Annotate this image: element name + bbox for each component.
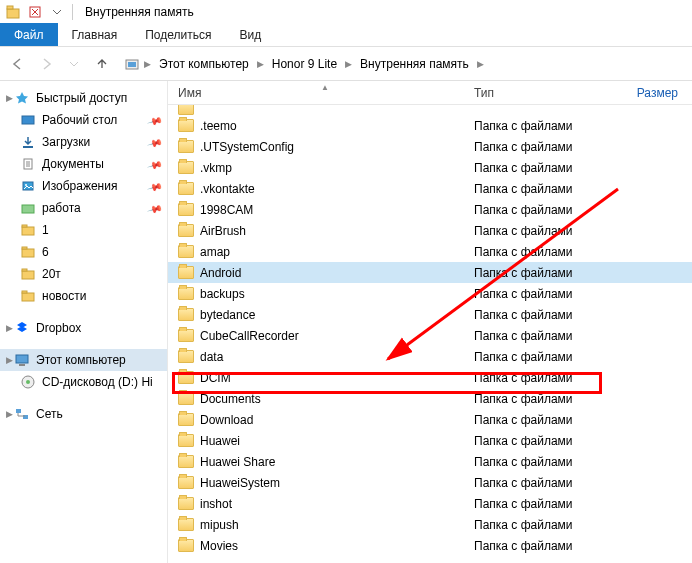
sidebar-item[interactable]: 6 bbox=[0, 241, 167, 263]
file-name: .UTSystemConfig bbox=[200, 140, 294, 154]
folder-icon bbox=[178, 308, 194, 321]
qat-properties-icon[interactable] bbox=[26, 3, 44, 21]
chevron-right-icon[interactable]: ▶ bbox=[345, 59, 352, 69]
nav-tree[interactable]: ▶ Быстрый доступ Рабочий стол📌Загрузки📌Д… bbox=[0, 81, 168, 563]
chevron-right-icon[interactable]: ▶ bbox=[4, 323, 14, 333]
table-row[interactable]: xx bbox=[168, 105, 692, 115]
svg-rect-6 bbox=[23, 146, 33, 148]
folder-icon bbox=[178, 434, 194, 447]
svg-rect-18 bbox=[22, 291, 27, 293]
table-row[interactable]: Huawei ShareПапка с файлами bbox=[168, 451, 692, 472]
qat-dropdown-icon[interactable] bbox=[48, 3, 66, 21]
table-row[interactable]: MoviesПапка с файлами bbox=[168, 535, 692, 556]
nav-up-button[interactable] bbox=[92, 54, 112, 74]
sidebar-item[interactable]: новости bbox=[0, 285, 167, 307]
breadcrumb[interactable]: ▶ Этот компьютер ▶ Honor 9 Lite ▶ Внутре… bbox=[120, 52, 684, 76]
sidebar-item-label: 1 bbox=[42, 223, 49, 237]
nav-recent-dropdown[interactable] bbox=[64, 54, 84, 74]
chevron-right-icon[interactable]: ▶ bbox=[257, 59, 264, 69]
svg-point-22 bbox=[26, 380, 30, 384]
sidebar-this-pc[interactable]: ▶ Этот компьютер bbox=[0, 349, 167, 371]
disc-icon bbox=[20, 374, 36, 390]
table-row[interactable]: DownloadПапка с файлами bbox=[168, 409, 692, 430]
table-row[interactable]: mipushПапка с файлами bbox=[168, 514, 692, 535]
column-header-name[interactable]: ▲ Имя bbox=[168, 86, 474, 100]
breadcrumb-item-storage[interactable]: Внутренняя память bbox=[356, 55, 473, 73]
table-row[interactable]: HuaweiПапка с файлами bbox=[168, 430, 692, 451]
table-row[interactable]: DCIMПапка с файлами bbox=[168, 367, 692, 388]
sidebar-item[interactable]: Документы📌 bbox=[0, 153, 167, 175]
tab-view[interactable]: Вид bbox=[225, 23, 275, 46]
sidebar-item-label: Рабочий стол bbox=[42, 113, 117, 127]
sidebar-item[interactable]: Загрузки📌 bbox=[0, 131, 167, 153]
table-row[interactable]: 1998CAMПапка с файлами bbox=[168, 199, 692, 220]
table-row[interactable]: CubeCallRecorderПапка с файлами bbox=[168, 325, 692, 346]
svg-rect-10 bbox=[22, 205, 34, 213]
nav-back-button[interactable] bbox=[8, 54, 28, 74]
file-name: Download bbox=[200, 413, 253, 427]
table-row[interactable]: .UTSystemConfigПапка с файлами bbox=[168, 136, 692, 157]
folder-icon bbox=[178, 518, 194, 531]
pin-icon: 📌 bbox=[147, 134, 163, 150]
nav-forward-button[interactable] bbox=[36, 54, 56, 74]
sidebar-item[interactable]: 1 bbox=[0, 219, 167, 241]
breadcrumb-item-device[interactable]: Honor 9 Lite bbox=[268, 55, 341, 73]
table-row[interactable]: inshotПапка с файлами bbox=[168, 493, 692, 514]
folder-icon bbox=[178, 287, 194, 300]
column-header-type[interactable]: Тип bbox=[474, 86, 614, 100]
chevron-right-icon[interactable]: ▶ bbox=[4, 409, 14, 419]
sidebar-item[interactable]: 20т bbox=[0, 263, 167, 285]
file-name: CubeCallRecorder bbox=[200, 329, 299, 343]
file-name: backups bbox=[200, 287, 245, 301]
table-row[interactable]: HuaweiSystemПапка с файлами bbox=[168, 472, 692, 493]
folder-icon bbox=[178, 371, 194, 384]
sidebar-item-label: работа bbox=[42, 201, 81, 215]
svg-rect-19 bbox=[16, 355, 28, 363]
pin-icon: 📌 bbox=[147, 178, 163, 194]
chevron-right-icon[interactable]: ▶ bbox=[4, 355, 14, 365]
sidebar-quick-access[interactable]: ▶ Быстрый доступ bbox=[0, 87, 167, 109]
svg-rect-15 bbox=[22, 271, 34, 279]
tab-share[interactable]: Поделиться bbox=[131, 23, 225, 46]
svg-rect-12 bbox=[22, 225, 27, 227]
table-row[interactable]: dataПапка с файлами bbox=[168, 346, 692, 367]
sidebar-item[interactable]: работа📌 bbox=[0, 197, 167, 219]
sidebar-network[interactable]: ▶ Сеть bbox=[0, 403, 167, 425]
table-row[interactable]: .vkontakteПапка с файлами bbox=[168, 178, 692, 199]
tab-file[interactable]: Файл bbox=[0, 23, 58, 46]
computer-icon bbox=[14, 352, 30, 368]
chevron-right-icon[interactable]: ▶ bbox=[4, 93, 14, 103]
table-row[interactable]: amapПапка с файлами bbox=[168, 241, 692, 262]
title-bar: Внутренняя память bbox=[0, 0, 692, 23]
tab-home[interactable]: Главная bbox=[58, 23, 132, 46]
sidebar-item[interactable]: Изображения📌 bbox=[0, 175, 167, 197]
table-row[interactable]: bytedanceПапка с файлами bbox=[168, 304, 692, 325]
table-row[interactable]: AirBrushПапка с файлами bbox=[168, 220, 692, 241]
documents-icon bbox=[20, 156, 36, 172]
sidebar-cd-drive[interactable]: CD-дисковод (D:) Hi bbox=[0, 371, 167, 393]
table-row[interactable]: .teemoПапка с файлами bbox=[168, 115, 692, 136]
table-row[interactable]: DocumentsПапка с файлами bbox=[168, 388, 692, 409]
nav-bar: ▶ Этот компьютер ▶ Honor 9 Lite ▶ Внутре… bbox=[0, 47, 692, 81]
pictures-icon bbox=[20, 178, 36, 194]
chevron-right-icon[interactable]: ▶ bbox=[477, 59, 484, 69]
svg-rect-11 bbox=[22, 227, 34, 235]
sidebar-item-label: Документы bbox=[42, 157, 104, 171]
file-rows[interactable]: xx.teemoПапка с файлами.UTSystemConfigПа… bbox=[168, 105, 692, 556]
sidebar-dropbox[interactable]: ▶ Dropbox bbox=[0, 317, 167, 339]
file-type: Папка с файлами bbox=[474, 350, 614, 364]
breadcrumb-item-thispc[interactable]: Этот компьютер bbox=[155, 55, 253, 73]
file-name: Documents bbox=[200, 392, 261, 406]
folder-icon bbox=[178, 266, 194, 279]
column-header-size[interactable]: Размер bbox=[614, 86, 692, 100]
table-row[interactable]: .vkmpПапка с файлами bbox=[168, 157, 692, 178]
column-headers[interactable]: ▲ Имя Тип Размер bbox=[168, 81, 692, 105]
breadcrumb-root-icon[interactable] bbox=[124, 56, 140, 72]
ribbon-tabs: Файл Главная Поделиться Вид bbox=[0, 23, 692, 47]
file-name: 1998CAM bbox=[200, 203, 253, 217]
chevron-right-icon[interactable]: ▶ bbox=[144, 59, 151, 69]
sidebar-item[interactable]: Рабочий стол📌 bbox=[0, 109, 167, 131]
table-row[interactable]: AndroidПапка с файлами bbox=[168, 262, 692, 283]
table-row[interactable]: backupsПапка с файлами bbox=[168, 283, 692, 304]
file-type: Папка с файлами bbox=[474, 476, 614, 490]
